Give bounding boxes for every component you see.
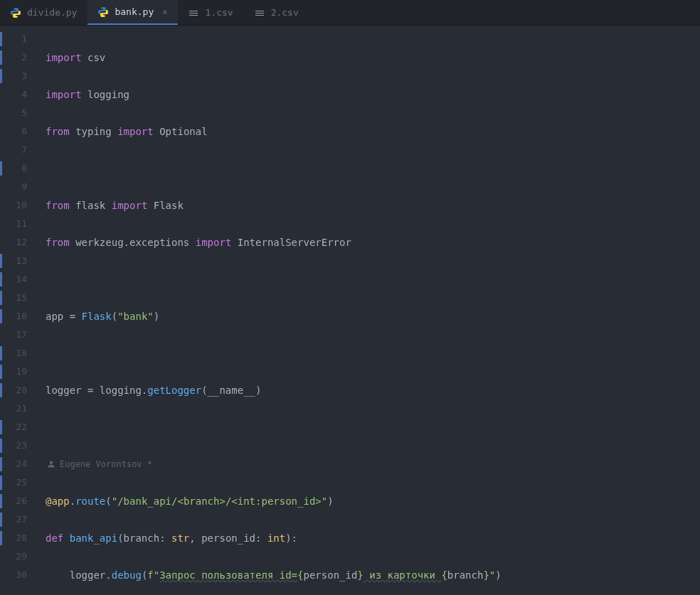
tab-label: divide.py <box>27 7 77 18</box>
code-line <box>46 270 700 289</box>
line-number: 30 <box>0 566 27 584</box>
author-annotation: Eugene Vorontsov * <box>46 455 700 473</box>
line-number: 1 <box>0 30 27 48</box>
code-line: from werkzeug.exceptions import Internal… <box>46 233 700 252</box>
code-line: import csv <box>46 48 700 67</box>
line-number: 13 <box>0 252 27 270</box>
code-line: @app.route("/bank_api/<branch>/<int:pers… <box>46 492 700 510</box>
close-icon[interactable]: × <box>162 7 167 17</box>
line-number: 25 <box>0 473 27 492</box>
code-line <box>46 344 700 363</box>
code-editor[interactable]: 1234567891011121314151617181920212223242… <box>0 26 700 595</box>
code-line: logger = logging.getLogger(__name__) <box>46 381 700 400</box>
line-number: 23 <box>0 436 27 455</box>
line-number: 16 <box>0 307 27 326</box>
line-number: 12 <box>0 233 27 252</box>
line-number: 9 <box>0 178 27 196</box>
person-icon <box>47 460 55 468</box>
tab-1-csv[interactable]: 1.csv <box>178 0 243 25</box>
line-number: 8 <box>0 159 27 178</box>
line-number: 5 <box>0 104 27 122</box>
line-number: 28 <box>0 529 27 547</box>
line-number: 7 <box>0 141 27 159</box>
tab-divide-py[interactable]: divide.py <box>0 0 88 25</box>
line-number: 6 <box>0 122 27 141</box>
line-number: 14 <box>0 270 27 289</box>
csv-icon <box>188 7 199 18</box>
line-number: 24 <box>0 455 27 473</box>
code-line: logger.debug(f"Запрос пользователя id={p… <box>46 566 700 584</box>
line-number: 26 <box>0 492 27 510</box>
line-number: 21 <box>0 400 27 418</box>
code-area[interactable]: import csv import logging from typing im… <box>34 26 700 595</box>
editor-tabs: divide.py bank.py × 1.csv 2.csv <box>0 0 700 26</box>
tab-label: bank.py <box>115 6 154 17</box>
line-number: 27 <box>0 510 27 529</box>
line-number: 15 <box>0 289 27 307</box>
line-number: 10 <box>0 196 27 215</box>
code-line <box>46 418 700 436</box>
code-line: from typing import Optional <box>46 122 700 141</box>
line-number: 3 <box>0 67 27 85</box>
line-gutter: 1234567891011121314151617181920212223242… <box>0 26 34 595</box>
python-icon <box>97 6 109 18</box>
code-line <box>46 159 700 178</box>
line-number: 2 <box>0 48 27 67</box>
line-number: 11 <box>0 215 27 233</box>
code-line: import logging <box>46 85 700 104</box>
tab-label: 2.csv <box>271 7 299 18</box>
tab-2-csv[interactable]: 2.csv <box>244 0 309 25</box>
python-icon <box>10 7 21 18</box>
code-line: from flask import Flask <box>46 196 700 215</box>
csv-icon <box>254 7 265 18</box>
line-number: 19 <box>0 363 27 381</box>
tab-label: 1.csv <box>205 7 233 18</box>
line-number: 20 <box>0 381 27 400</box>
line-number: 4 <box>0 85 27 104</box>
line-number: 29 <box>0 547 27 566</box>
line-number: 17 <box>0 326 27 344</box>
code-line: app = Flask("bank") <box>46 307 700 326</box>
line-number: 18 <box>0 344 27 363</box>
line-number: 22 <box>0 418 27 436</box>
tab-bank-py[interactable]: bank.py × <box>88 0 178 25</box>
code-line: def bank_api(branch: str, person_id: int… <box>46 529 700 547</box>
